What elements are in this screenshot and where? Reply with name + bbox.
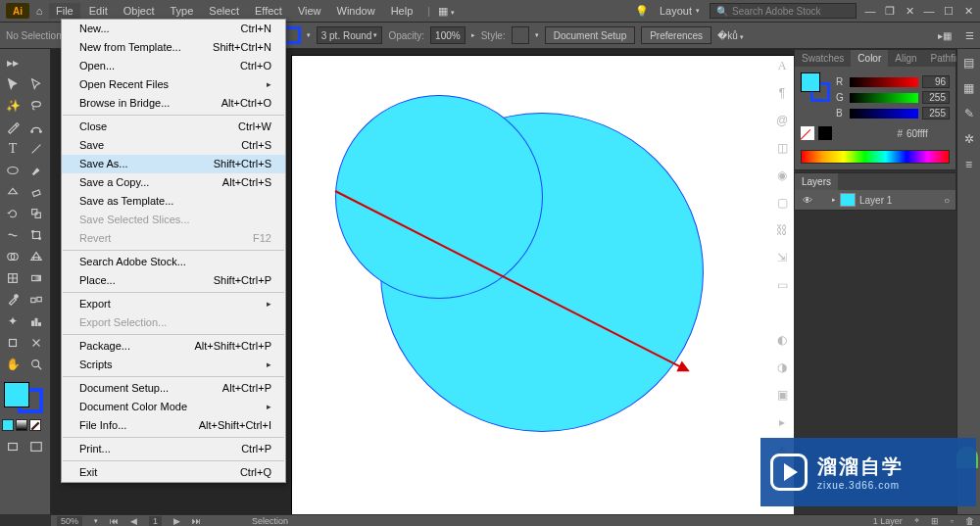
menu-item-save-a-copy[interactable]: Save a Copy...Alt+Ctrl+S bbox=[62, 173, 285, 192]
shape-builder-tool[interactable] bbox=[2, 247, 24, 266]
nav-first-icon[interactable]: ⏮ bbox=[110, 516, 119, 526]
preferences-button[interactable]: Preferences bbox=[641, 26, 711, 44]
menu-item-new-from-template[interactable]: New from Template...Shift+Ctrl+N bbox=[62, 38, 285, 57]
libraries-icon[interactable]: ▦ bbox=[961, 80, 977, 96]
css-icon[interactable]: ▣ bbox=[773, 386, 791, 404]
perspective-tool[interactable] bbox=[25, 247, 47, 266]
type-tool[interactable]: T bbox=[2, 139, 24, 159]
artboard[interactable] bbox=[292, 56, 794, 514]
panel-fill-swatch[interactable] bbox=[801, 72, 820, 92]
character-icon[interactable]: A bbox=[773, 57, 791, 74]
lasso-tool[interactable] bbox=[25, 96, 47, 116]
transform-icon[interactable]: ◫ bbox=[773, 139, 791, 157]
delete-layer-icon[interactable]: 🗑 bbox=[965, 516, 974, 526]
workspace-switcher[interactable]: Layout▾ bbox=[652, 3, 708, 19]
menu-effect[interactable]: Effect bbox=[248, 3, 289, 19]
panel-menu-icon[interactable]: ☰ bbox=[965, 30, 974, 41]
stock-search[interactable]: 🔍 Search Adobe Stock bbox=[710, 3, 857, 19]
menu-item-scripts[interactable]: Scripts bbox=[62, 356, 285, 374]
line-tool[interactable] bbox=[25, 139, 47, 159]
tab-layers[interactable]: Layers bbox=[795, 173, 838, 190]
glyphs-icon[interactable]: @ bbox=[773, 112, 791, 129]
document-setup-button[interactable]: Document Setup bbox=[545, 26, 636, 44]
menu-item-open[interactable]: Open...Ctrl+O bbox=[62, 57, 285, 75]
actions-icon[interactable]: ▸ bbox=[773, 413, 791, 431]
scale-tool[interactable] bbox=[25, 204, 47, 223]
nav-last-icon[interactable]: ⏭ bbox=[192, 516, 201, 526]
menu-select[interactable]: Select bbox=[202, 3, 246, 19]
color-guide-icon[interactable]: ◐ bbox=[773, 331, 791, 349]
eraser-tool[interactable] bbox=[25, 182, 47, 202]
screen-mode-normal[interactable] bbox=[2, 437, 24, 456]
minimize-icon[interactable]: — bbox=[923, 5, 935, 18]
properties-icon[interactable]: ▤ bbox=[961, 55, 977, 71]
gradient-tool[interactable] bbox=[25, 268, 47, 288]
graphic-styles-icon[interactable]: ▢ bbox=[773, 194, 791, 212]
r-slider[interactable] bbox=[850, 77, 918, 87]
menu-item-document-color-mode[interactable]: Document Color Mode bbox=[62, 398, 285, 416]
close-icon[interactable]: ✕ bbox=[962, 5, 974, 18]
symbols-icon[interactable]: ✲ bbox=[961, 131, 977, 147]
graph-tool[interactable] bbox=[25, 311, 47, 331]
ellipse-shape-1[interactable] bbox=[335, 95, 543, 299]
artboard-tool[interactable] bbox=[2, 333, 24, 353]
r-value[interactable]: 96 bbox=[922, 75, 950, 88]
fill-stroke-swatch[interactable] bbox=[2, 380, 45, 415]
zoom-field[interactable]: 50% bbox=[57, 516, 82, 526]
restore-sub-icon[interactable]: ❐ bbox=[884, 5, 896, 18]
menu-item-exit[interactable]: ExitCtrl+Q bbox=[62, 463, 285, 482]
menu-view[interactable]: View bbox=[291, 3, 328, 19]
maximize-icon[interactable]: ☐ bbox=[943, 5, 955, 18]
brush-tool[interactable] bbox=[25, 161, 47, 180]
screen-mode-toggle[interactable] bbox=[25, 437, 47, 456]
menu-item-save-as-template[interactable]: Save as Template... bbox=[62, 192, 285, 211]
brushes-icon[interactable]: ✎ bbox=[961, 106, 977, 121]
zoom-tool[interactable] bbox=[25, 355, 47, 374]
width-tool[interactable] bbox=[2, 225, 24, 245]
menu-item-export[interactable]: Export bbox=[62, 295, 285, 313]
blend-tool[interactable] bbox=[25, 290, 47, 310]
rotate-tool[interactable] bbox=[2, 204, 24, 223]
pen-tool[interactable] bbox=[2, 118, 24, 137]
paragraph-icon[interactable]: ¶ bbox=[773, 84, 791, 102]
menu-object[interactable]: Object bbox=[117, 3, 162, 19]
direct-selection-tool[interactable] bbox=[25, 74, 47, 94]
spectrum-ramp[interactable] bbox=[801, 150, 950, 164]
menu-type[interactable]: Type bbox=[164, 3, 201, 19]
shaper-tool[interactable] bbox=[2, 182, 24, 202]
symbol-sprayer-tool[interactable]: ✦ bbox=[2, 311, 24, 331]
menu-item-file-info[interactable]: File Info...Alt+Shift+Ctrl+I bbox=[62, 416, 285, 435]
expand-icon[interactable]: ▸ bbox=[832, 196, 836, 204]
opacity-field[interactable]: 100% bbox=[430, 26, 466, 44]
b-value[interactable]: 255 bbox=[922, 107, 950, 120]
menu-item-package[interactable]: Package...Alt+Shift+Ctrl+P bbox=[62, 337, 285, 356]
min-sub-icon[interactable]: — bbox=[864, 5, 876, 18]
tab-swatches[interactable]: Swatches bbox=[795, 50, 851, 67]
locate-icon[interactable]: ⌖ bbox=[914, 515, 919, 526]
layer-name[interactable]: Layer 1 bbox=[859, 195, 892, 206]
links-icon[interactable]: ⛓ bbox=[773, 221, 791, 239]
none-swatch[interactable] bbox=[801, 126, 814, 140]
target-icon[interactable]: ○ bbox=[944, 195, 950, 206]
stroke-panel-icon[interactable]: ≡ bbox=[961, 157, 977, 172]
menu-edit[interactable]: Edit bbox=[82, 3, 115, 19]
menu-item-document-setup[interactable]: Document Setup...Alt+Ctrl+P bbox=[62, 379, 285, 398]
fill-color[interactable] bbox=[4, 382, 29, 407]
color-mode-solid[interactable] bbox=[2, 419, 14, 431]
free-transform-tool[interactable] bbox=[25, 225, 47, 245]
menu-window[interactable]: Window bbox=[330, 3, 382, 19]
toolbox-collapse-icon[interactable]: ▸▸ bbox=[2, 53, 24, 72]
stroke-weight-field[interactable]: 3 pt. Round ▾ bbox=[317, 26, 383, 44]
color-mode-gradient[interactable] bbox=[16, 419, 27, 431]
menu-item-save-as[interactable]: Save As...Shift+Ctrl+S bbox=[62, 155, 285, 173]
menu-file[interactable]: File bbox=[49, 3, 80, 19]
mesh-tool[interactable] bbox=[2, 268, 24, 288]
menu-item-new[interactable]: New...Ctrl+N bbox=[62, 20, 285, 38]
artboard-number[interactable]: 1 bbox=[149, 516, 162, 526]
asset-export-icon[interactable]: ⇲ bbox=[773, 249, 791, 266]
ellipse-tool[interactable] bbox=[2, 161, 24, 180]
layer-row[interactable]: 👁 ▸ Layer 1 ○ bbox=[795, 190, 956, 210]
nav-next-icon[interactable]: ▶ bbox=[173, 516, 180, 526]
g-slider[interactable] bbox=[850, 93, 918, 103]
appearance-icon[interactable]: ◉ bbox=[773, 167, 791, 184]
